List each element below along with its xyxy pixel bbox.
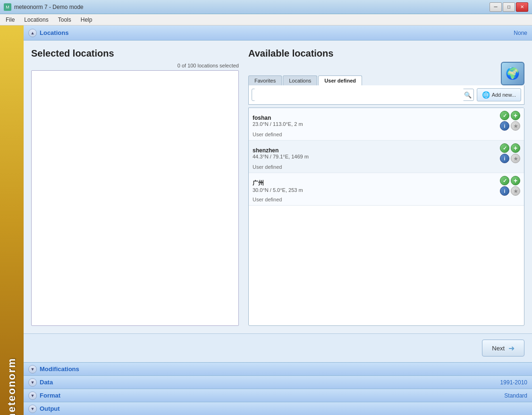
list-item: 广州 30.0°N / 5.0°E, 253 m ✓ + i: [249, 173, 524, 206]
modifications-collapse-btn[interactable]: ▼: [28, 365, 37, 374]
next-button[interactable]: Next ➜: [482, 340, 524, 357]
location-name-2: 广州: [253, 179, 303, 187]
location-add-btn-1[interactable]: +: [511, 143, 520, 153]
main-content: Selected locations 0 of 100 locations se…: [24, 41, 532, 333]
location-info-btn-2[interactable]: i: [500, 186, 509, 196]
location-type-1: User defined: [253, 164, 520, 170]
location-tabs: Favorites Locations User defined: [248, 75, 363, 85]
output-collapse-btn[interactable]: ▼: [28, 405, 37, 413]
bottom-bar: Next ➜: [24, 333, 532, 362]
app-icon: M: [4, 3, 11, 11]
output-title: Output: [40, 405, 60, 412]
location-select-btn-0[interactable]: ✓: [500, 111, 509, 120]
search-input[interactable]: [254, 89, 464, 101]
locations-header: ▲ Locations None: [24, 25, 532, 41]
available-locations-panel: Available locations Favorites Locations …: [248, 48, 524, 326]
tab-user-defined[interactable]: User defined: [318, 75, 362, 85]
globe-button[interactable]: 🌍: [501, 62, 524, 85]
available-locations-list: foshan 23.0°N / 113.0°E, 2 m ✓ + i: [248, 108, 524, 326]
location-star-btn-2[interactable]: ★: [511, 186, 520, 196]
maximize-button[interactable]: □: [503, 2, 515, 12]
location-add-btn-2[interactable]: +: [511, 176, 520, 185]
next-arrow-icon: ➜: [508, 344, 515, 353]
location-name-0: foshan: [253, 115, 303, 121]
location-star-btn-0[interactable]: ★: [511, 121, 520, 131]
location-type-2: User defined: [253, 197, 520, 202]
location-star-btn-1[interactable]: ★: [511, 154, 520, 163]
format-collapse-btn[interactable]: ▼: [28, 391, 37, 400]
output-section[interactable]: ▼ Output: [24, 402, 532, 415]
location-name-1: shenzhen: [253, 147, 309, 154]
add-new-label: Add new...: [492, 92, 516, 98]
sidebar-label: meteonorm: [6, 357, 18, 415]
location-add-btn-0[interactable]: +: [511, 111, 520, 120]
content-area: ▲ Locations None Selected locations 0 of…: [24, 25, 532, 415]
menu-file[interactable]: File: [2, 16, 18, 24]
modifications-title: Modifications: [40, 365, 79, 373]
window-controls: ─ □ ✕: [490, 2, 528, 12]
location-info-btn-1[interactable]: i: [500, 154, 509, 163]
menubar: File Locations Tools Help: [0, 14, 532, 25]
locations-collapse-btn[interactable]: ▲: [28, 29, 37, 37]
location-select-btn-2[interactable]: ✓: [500, 176, 509, 185]
format-value: Standard: [504, 392, 527, 399]
modifications-section[interactable]: ▼ Modifications: [24, 362, 532, 375]
titlebar: M meteonorm 7 - Demo mode ─ □ ✕: [0, 0, 532, 14]
data-title: Data: [40, 379, 53, 386]
list-item: foshan 23.0°N / 113.0°E, 2 m ✓ + i: [249, 108, 524, 141]
tab-locations[interactable]: Locations: [283, 75, 317, 85]
menu-help[interactable]: Help: [77, 16, 96, 24]
add-new-icon: 🌐: [482, 91, 490, 99]
menu-tools[interactable]: Tools: [54, 16, 75, 24]
main-layout: meteonorm ▲ Locations None Selected loca…: [0, 25, 532, 415]
selected-locations-title: Selected locations: [31, 48, 239, 59]
globe-icon: 🌍: [506, 67, 520, 80]
location-actions-2: ✓ + i ★: [500, 176, 520, 196]
location-coords-0: 23.0°N / 113.0°E, 2 m: [253, 121, 303, 127]
search-icon: 🔍: [464, 91, 472, 99]
location-info-btn-0[interactable]: i: [500, 121, 509, 131]
data-section[interactable]: ▼ Data 1991-2010: [24, 375, 532, 389]
locations-value: None: [514, 30, 527, 36]
locations-title: Locations: [40, 29, 68, 36]
format-title: Format: [40, 392, 60, 399]
available-locations-title: Available locations: [248, 48, 524, 59]
minimize-button[interactable]: ─: [490, 2, 502, 12]
tab-favorites[interactable]: Favorites: [248, 75, 282, 85]
location-coords-2: 30.0°N / 5.0°E, 253 m: [253, 187, 303, 193]
location-select-btn-1[interactable]: ✓: [500, 143, 509, 153]
close-button[interactable]: ✕: [516, 2, 528, 12]
location-actions-0: ✓ + i ★: [500, 111, 520, 131]
app-title: meteonorm 7 - Demo mode: [14, 4, 84, 10]
next-label: Next: [492, 345, 505, 352]
selected-locations-list: [31, 70, 239, 326]
menu-locations[interactable]: Locations: [20, 16, 52, 24]
add-new-button[interactable]: 🌐 Add new...: [477, 88, 521, 101]
location-coords-1: 44.3°N / 79.1°E, 1469 m: [253, 154, 309, 159]
data-value: 1991-2010: [500, 379, 527, 386]
selection-count: 0 of 100 locations selected: [31, 63, 239, 68]
list-item: shenzhen 44.3°N / 79.1°E, 1469 m ✓ + i: [249, 141, 524, 173]
sidebar: meteonorm: [0, 25, 24, 415]
format-section[interactable]: ▼ Format Standard: [24, 389, 532, 402]
location-actions-1: ✓ + i ★: [500, 143, 520, 163]
selected-locations-panel: Selected locations 0 of 100 locations se…: [31, 48, 239, 326]
location-type-0: User defined: [253, 132, 520, 137]
data-collapse-btn[interactable]: ▼: [28, 378, 37, 387]
